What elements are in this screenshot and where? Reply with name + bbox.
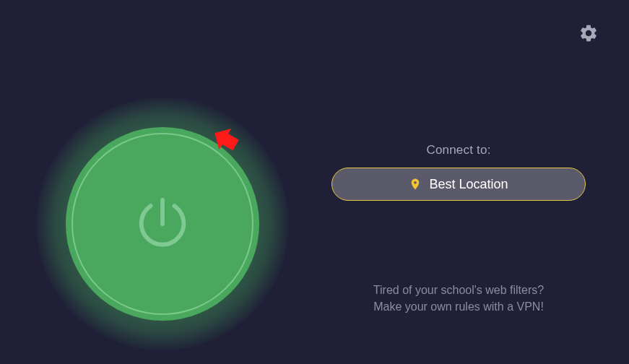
power-button[interactable] (66, 127, 259, 321)
settings-button[interactable] (578, 23, 599, 43)
connect-section: Connect to: Best Location (321, 143, 596, 201)
power-button-area (36, 98, 289, 350)
promo-line-1: Tired of your school's web filters? (321, 282, 596, 298)
promo-text: Tired of your school's web filters? Make… (321, 282, 596, 315)
promo-line-2: Make your own rules with a VPN! (321, 298, 596, 315)
location-text: Best Location (429, 177, 508, 192)
location-selector-button[interactable]: Best Location (331, 168, 586, 201)
connect-to-label: Connect to: (321, 143, 596, 157)
power-ring (71, 133, 253, 315)
location-pin-icon (409, 176, 422, 192)
gear-icon (578, 33, 599, 46)
